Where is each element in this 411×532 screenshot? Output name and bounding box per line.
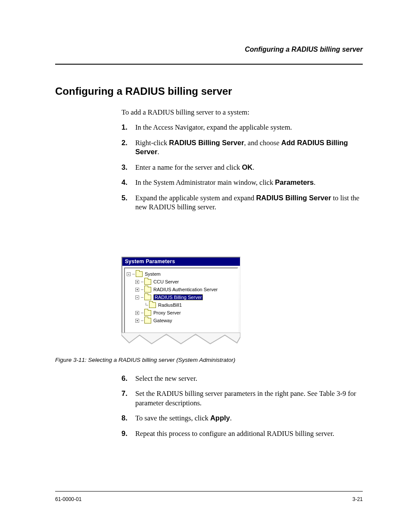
running-header: Configuring a RADIUS billing server xyxy=(245,46,363,53)
collapse-icon[interactable] xyxy=(127,272,131,276)
tree-view[interactable]: System CCU Server RADIUS Authentication … xyxy=(124,268,238,334)
step-item: 8.To save the settings, click Apply. xyxy=(121,414,363,423)
step-item: 1.In the Access Navigator, expand the ap… xyxy=(121,123,363,132)
folder-icon xyxy=(136,271,143,277)
tree-node-radius-billing-server[interactable]: RADIUS Billing Server xyxy=(126,293,237,301)
expand-icon[interactable] xyxy=(135,288,139,292)
system-parameters-panel: System Parameters System CCU Server xyxy=(121,257,240,336)
tree-label: System xyxy=(145,271,161,277)
tree-node-radiusbill1[interactable]: RadiusBill1 xyxy=(126,301,237,309)
collapse-icon[interactable] xyxy=(135,296,139,299)
intro-paragraph: To add a RADIUS billing server to a syst… xyxy=(121,108,363,117)
step-text: Select the new server. xyxy=(135,374,363,383)
tree-node-proxy-server[interactable]: Proxy Server xyxy=(126,309,237,317)
step-item: 7.Set the RADIUS billing server paramete… xyxy=(121,389,363,408)
tree-label: CCU Server xyxy=(153,279,179,284)
step-text: Right-click RADIUS Billing Server, and c… xyxy=(135,138,363,157)
tree-label: RADIUS Authentication Server xyxy=(153,287,218,292)
folder-icon xyxy=(149,302,156,308)
step-text: In the Access Navigator, expand the appl… xyxy=(135,123,363,132)
step-item: 2.Right-click RADIUS Billing Server, and… xyxy=(121,138,363,157)
header-rule xyxy=(55,64,363,65)
steps-list-before: 1.In the Access Navigator, expand the ap… xyxy=(121,123,363,212)
expand-icon[interactable] xyxy=(135,280,139,284)
figure: System Parameters System CCU Server xyxy=(121,257,240,345)
step-number: 7. xyxy=(121,389,135,408)
step-text: Repeat this process to configure an addi… xyxy=(135,429,363,438)
tree-node-system[interactable]: System xyxy=(126,270,237,278)
step-number: 2. xyxy=(121,138,135,157)
step-text: Expand the applicable system and expand … xyxy=(135,193,363,212)
tree-node-radius-auth-server[interactable]: RADIUS Authentication Server xyxy=(126,286,237,293)
footer-page-number: 3-21 xyxy=(352,496,363,502)
footer-rule xyxy=(55,491,363,492)
step-text: In the System Administrator main window,… xyxy=(135,178,363,187)
step-item: 5.Expand the applicable system and expan… xyxy=(121,193,363,212)
body-text: To add a RADIUS billing server to a syst… xyxy=(121,108,363,218)
step-item: 6.Select the new server. xyxy=(121,374,363,383)
step-number: 6. xyxy=(121,374,135,383)
panel-titlebar: System Parameters xyxy=(122,258,240,266)
tree-connector-icon xyxy=(144,303,148,307)
step-number: 1. xyxy=(121,123,135,132)
torn-edge-decoration xyxy=(121,333,240,345)
folder-icon xyxy=(144,287,151,292)
tree-label: Gateway xyxy=(153,318,172,323)
folder-icon xyxy=(144,279,151,285)
step-item: 3.Enter a name for the server and click … xyxy=(121,163,363,172)
folder-icon xyxy=(144,310,151,316)
steps-list-after: 6.Select the new server.7.Set the RADIUS… xyxy=(121,374,363,444)
document-page: Configuring a RADIUS billing server Conf… xyxy=(0,0,411,532)
footer-document-id: 61-0000-01 xyxy=(55,496,81,502)
step-number: 4. xyxy=(121,178,135,187)
tree-node-gateway[interactable]: Gateway xyxy=(126,317,237,324)
step-item: 9.Repeat this process to configure an ad… xyxy=(121,429,363,438)
expand-icon[interactable] xyxy=(135,319,139,323)
folder-icon xyxy=(144,318,151,324)
folder-icon xyxy=(144,295,151,300)
page-title: Configuring a RADIUS billing server xyxy=(55,85,232,97)
step-text: Set the RADIUS billing server parameters… xyxy=(135,389,363,408)
step-number: 9. xyxy=(121,429,135,438)
step-number: 8. xyxy=(121,414,135,423)
expand-icon[interactable] xyxy=(135,311,139,315)
tree-label: Proxy Server xyxy=(153,310,181,315)
step-text: Enter a name for the server and click OK… xyxy=(135,163,363,172)
tree-label-selected: RADIUS Billing Server xyxy=(153,294,203,300)
figure-caption: Figure 3-11: Selecting a RADIUS billing … xyxy=(55,357,235,363)
step-text: To save the settings, click Apply. xyxy=(135,414,363,423)
step-number: 3. xyxy=(121,163,135,172)
tree-label: RadiusBill1 xyxy=(158,302,182,308)
step-number: 5. xyxy=(121,193,135,212)
step-item: 4.In the System Administrator main windo… xyxy=(121,178,363,187)
tree-node-ccu-server[interactable]: CCU Server xyxy=(126,278,237,286)
